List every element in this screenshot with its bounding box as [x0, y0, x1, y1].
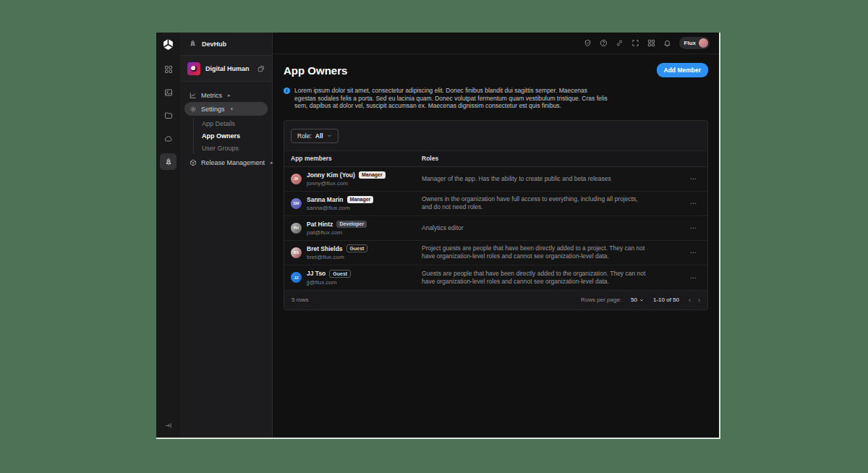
- sidebar-item-release-management[interactable]: Release Management ▸: [184, 155, 268, 169]
- sidebar-item-metrics[interactable]: Metrics ▸: [184, 88, 268, 102]
- role-badge: Developer: [336, 221, 367, 228]
- column-header-roles: Roles: [422, 155, 680, 162]
- page-title: App Owners: [284, 64, 347, 77]
- nav-label: Release Management: [201, 159, 265, 166]
- project-icon: [187, 62, 200, 75]
- app-name: DevHub: [202, 41, 226, 48]
- rows-per-page-select[interactable]: 50: [631, 297, 644, 303]
- folder-icon[interactable]: [160, 107, 176, 124]
- shield-check-icon[interactable]: [584, 39, 592, 47]
- prev-page-button[interactable]: ‹: [689, 297, 691, 304]
- table-row: BS Bret Shields Guest bret@flux.com Proj…: [284, 241, 707, 265]
- role-badge: Guest: [346, 244, 368, 252]
- role-description: Guests are people that have been directl…: [422, 266, 680, 289]
- row-menu-button[interactable]: ⋯: [680, 175, 707, 182]
- chevron-down-icon: [327, 133, 332, 138]
- sidebar-item-settings[interactable]: Settings ▾: [184, 102, 268, 116]
- main-area: Flux App Owners Add Member i Lorem ipsum…: [273, 33, 719, 438]
- project-switch-icon[interactable]: [258, 65, 265, 72]
- sidebar: DevHub Digital Human Metrics ▸ Settings …: [180, 33, 273, 438]
- table-row: JJ JJ Tso Guest jj@flux.com Guests are p…: [284, 265, 707, 290]
- rows-count: 5 rows: [292, 297, 581, 303]
- member-name: Sanna Marin: [307, 196, 344, 203]
- rocket-icon[interactable]: [160, 153, 176, 170]
- member-name: JJ Tso: [307, 270, 326, 277]
- member-email: jj@flux.com: [307, 279, 351, 286]
- collapse-sidebar-icon[interactable]: [161, 419, 176, 432]
- member-name: Bret Shields: [307, 245, 343, 252]
- sidebar-nav: Metrics ▸ Settings ▾ App Details App Own…: [180, 82, 272, 176]
- apps-grid-icon[interactable]: [160, 61, 176, 77]
- add-member-button[interactable]: Add Member: [657, 63, 708, 77]
- avatar: JJ: [291, 272, 302, 283]
- table-header: App members Roles: [284, 150, 707, 167]
- info-icon: i: [284, 88, 290, 94]
- row-menu-button[interactable]: ⋯: [680, 249, 707, 256]
- apps-grid-icon[interactable]: [647, 39, 655, 47]
- bell-icon[interactable]: [663, 39, 671, 47]
- role-badge: Guest: [329, 270, 351, 278]
- role-filter-label: Role:: [297, 132, 312, 140]
- chevron-down-icon: [639, 298, 644, 302]
- cloud-icon[interactable]: [160, 130, 176, 147]
- chevron-right-icon: ▸: [228, 93, 231, 98]
- help-icon[interactable]: [600, 39, 608, 47]
- role-filter-dropdown[interactable]: Role: All: [291, 129, 339, 143]
- table-row: JK Jonny Kim (You) Manager jonny@flux.co…: [284, 167, 707, 192]
- sidebar-item-app-details[interactable]: App Details: [202, 117, 268, 129]
- next-page-button[interactable]: ›: [698, 297, 700, 304]
- app-window: DevHub Digital Human Metrics ▸ Settings …: [156, 33, 720, 439]
- sidebar-app-header[interactable]: DevHub: [180, 33, 272, 56]
- page-content: App Owners Add Member i Lorem ipsum dolo…: [273, 54, 719, 438]
- member-email: pat@flux.com: [307, 229, 367, 236]
- avatar: SM: [291, 198, 302, 209]
- page-range: 1-10 of 50: [653, 297, 679, 303]
- unity-logo-icon: [162, 38, 174, 51]
- rocket-icon: [189, 40, 197, 48]
- column-header-members: App members: [284, 155, 422, 162]
- row-menu-button[interactable]: ⋯: [680, 200, 707, 207]
- row-menu-button[interactable]: ⋯: [680, 274, 707, 281]
- project-selector[interactable]: Digital Human: [180, 56, 272, 82]
- account-avatar: [699, 38, 708, 48]
- member-email: bret@flux.com: [307, 254, 367, 260]
- role-badge: Manager: [347, 196, 374, 203]
- member-name: Pat Hintz: [307, 221, 333, 228]
- row-menu-button[interactable]: ⋯: [680, 224, 707, 231]
- fullscreen-icon[interactable]: [631, 39, 639, 47]
- avatar: BS: [291, 247, 302, 258]
- rows-per-page-value: 50: [631, 297, 637, 303]
- chart-icon: [190, 92, 197, 99]
- role-description: Owners in the organization have full acc…: [422, 192, 680, 215]
- table-body: JK Jonny Kim (You) Manager jonny@flux.co…: [284, 167, 707, 290]
- role-filter-value: All: [315, 132, 323, 140]
- info-banner: i Lorem ipsum dolor sit amet, consectetu…: [284, 87, 610, 110]
- table-row: PH Pat Hintz Developer pat@flux.com Anal…: [284, 216, 707, 241]
- account-menu[interactable]: Flux: [679, 37, 710, 49]
- link-icon[interactable]: [616, 39, 624, 47]
- table-filter-row: Role: All: [284, 121, 707, 150]
- role-description: Analytics editor: [422, 221, 680, 236]
- avatar: JK: [291, 174, 302, 184]
- sidebar-item-user-groups[interactable]: User Groups: [202, 142, 268, 154]
- gear-icon: [190, 106, 197, 113]
- settings-submenu: App Details App Owners User Groups: [193, 117, 268, 154]
- members-table: Role: All App members Roles JK Jonny Kim…: [284, 120, 708, 310]
- table-footer: 5 rows Rows per page: 50 1-10 of 50 ‹ ›: [284, 290, 707, 310]
- nav-label: Settings: [201, 106, 225, 113]
- role-badge: Manager: [359, 171, 386, 179]
- topbar: Flux: [273, 33, 719, 54]
- member-name: Jonny Kim (You): [307, 171, 355, 179]
- chevron-down-icon: ▾: [231, 106, 234, 112]
- role-description: Manager of the app. Has the ability to c…: [422, 171, 680, 187]
- info-text: Lorem ipsum dolor sit amet, consectetur …: [294, 87, 610, 110]
- account-label: Flux: [684, 40, 696, 46]
- member-email: sanna@flux.com: [307, 205, 373, 211]
- project-name: Digital Human: [205, 65, 252, 72]
- rows-per-page-label: Rows per page:: [581, 297, 621, 303]
- sidebar-item-app-owners[interactable]: App Owners: [202, 129, 268, 142]
- role-description: Project guests are people that have been…: [422, 241, 680, 264]
- image-icon[interactable]: [160, 84, 176, 101]
- table-row: SM Sanna Marin Manager sanna@flux.com Ow…: [284, 192, 707, 216]
- hexagon-icon: [190, 159, 197, 166]
